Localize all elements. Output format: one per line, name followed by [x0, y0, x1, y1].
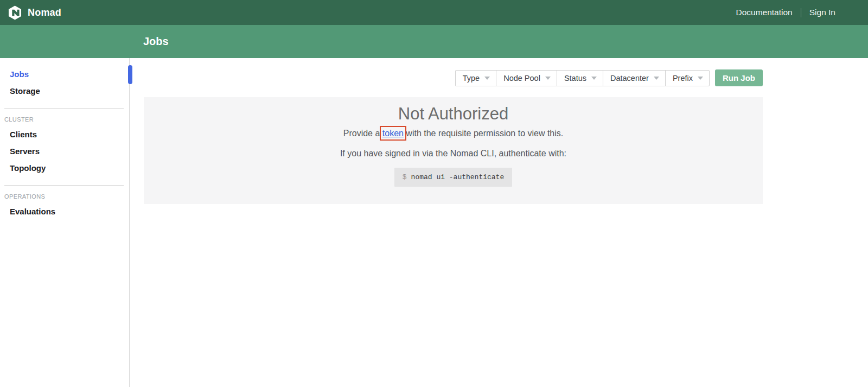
chevron-down-icon: [545, 77, 551, 80]
token-link[interactable]: token: [382, 129, 404, 138]
sign-in-link[interactable]: Sign In: [809, 8, 835, 17]
filter-type-dropdown[interactable]: Type: [455, 70, 496, 86]
token-highlight-box: token: [382, 129, 404, 138]
topbar-separator: [801, 8, 801, 17]
provide-token-text: Provide a token with the requisite permi…: [144, 129, 763, 138]
page-title: Jobs: [143, 35, 169, 48]
filter-group: Type Node Pool Status Datacenter: [455, 70, 710, 86]
sidebar-section-cluster: CLUSTER: [0, 116, 129, 126]
top-nav: Nomad Documentation Sign In: [0, 0, 868, 25]
brand-name: Nomad: [28, 7, 61, 18]
filter-prefix-label: Prefix: [673, 74, 693, 83]
filter-datacenter-label: Datacenter: [610, 74, 649, 83]
filter-type-label: Type: [463, 74, 480, 83]
sidebar-item-clients[interactable]: Clients: [0, 126, 129, 143]
documentation-link[interactable]: Documentation: [736, 8, 792, 17]
sidebar: Jobs Storage CLUSTER Clients Servers Top…: [0, 58, 130, 387]
sidebar-divider: [4, 108, 124, 109]
filter-prefix-dropdown[interactable]: Prefix: [665, 70, 710, 86]
sidebar-item-storage[interactable]: Storage: [0, 83, 129, 99]
sidebar-item-topology[interactable]: Topology: [0, 160, 129, 176]
not-authorized-panel: Not Authorized Provide a token with the …: [144, 97, 763, 204]
chevron-down-icon: [484, 77, 490, 80]
filter-status-label: Status: [564, 74, 586, 83]
sidebar-item-evaluations[interactable]: Evaluations: [0, 203, 129, 220]
run-job-button[interactable]: Run Job: [715, 69, 763, 86]
chevron-down-icon: [591, 77, 597, 80]
cli-hint-text: If you have signed in via the Nomad CLI,…: [144, 149, 763, 158]
sidebar-resize-handle[interactable]: [128, 65, 132, 84]
shell-prompt: $: [403, 173, 407, 181]
chevron-down-icon: [654, 77, 659, 80]
sidebar-item-servers[interactable]: Servers: [0, 143, 129, 160]
filter-node-pool-label: Node Pool: [503, 74, 540, 83]
filter-datacenter-dropdown[interactable]: Datacenter: [603, 70, 666, 86]
cli-command-code: $nomad ui -authenticate: [394, 168, 512, 187]
cli-command: nomad ui -authenticate: [411, 173, 505, 181]
not-authorized-heading: Not Authorized: [144, 104, 763, 124]
jobs-toolbar: Type Node Pool Status Datacenter: [144, 69, 763, 86]
filter-status-dropdown[interactable]: Status: [557, 70, 603, 86]
provide-token-suffix: with the requisite permission to view th…: [404, 129, 563, 138]
chevron-down-icon: [698, 77, 703, 80]
sidebar-divider: [4, 185, 124, 186]
filter-node-pool-dropdown[interactable]: Node Pool: [496, 70, 557, 86]
topbar-links: Documentation Sign In: [736, 8, 835, 17]
brand[interactable]: Nomad: [8, 5, 61, 20]
page-header: Jobs: [0, 25, 868, 58]
nomad-logo-icon: [8, 5, 22, 20]
main-content: Type Node Pool Status Datacenter: [130, 58, 868, 387]
provide-token-prefix: Provide a: [343, 129, 382, 138]
sidebar-section-operations: OPERATIONS: [0, 193, 129, 203]
sidebar-item-jobs[interactable]: Jobs: [0, 66, 129, 83]
